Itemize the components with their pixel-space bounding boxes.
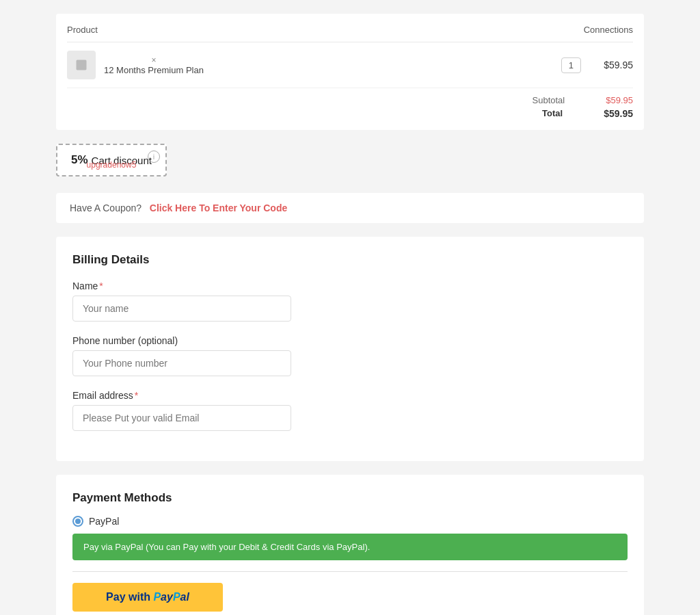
paypal-option[interactable]: PayPal [72,516,628,527]
payment-divider [72,571,628,572]
quantity-badge: 1 [561,57,581,73]
paypal-notice: Pay via PayPal (You can Pay with your De… [72,534,628,560]
name-required: * [99,280,103,291]
cart-row: × 12 Months Premium Plan 1 $59.95 [67,42,633,88]
phone-label: Phone number (optional) [72,335,628,346]
name-input[interactable] [72,296,291,322]
discount-section: 5% Cart discount upgradenow5 i [56,144,644,176]
product-col-header: Product [67,25,98,35]
total-row: Total $59.95 [542,108,633,119]
cart-connections: 1 $59.95 [561,57,633,73]
billing-section: Billing Details Name* Phone number (opti… [56,237,644,461]
email-required: * [135,390,138,401]
cart-header: Product Connections [67,25,633,42]
billing-title: Billing Details [72,253,628,267]
product-name-block: × 12 Months Premium Plan [104,55,204,75]
item-price: $59.95 [592,60,633,70]
paypal-radio[interactable] [72,516,83,527]
info-icon[interactable]: i [148,151,160,163]
coupon-prefix: Have A Coupon? [70,202,142,213]
connections-col-header: Connections [584,25,633,35]
name-label: Name* [72,280,628,291]
product-name: 12 Months Premium Plan [104,65,204,75]
paypal-label: PayPal [89,516,119,527]
image-icon [75,58,88,72]
payment-section: Payment Methods PayPal Pay via PayPal (Y… [56,475,644,615]
coupon-link[interactable]: Click Here To Enter Your Code [150,202,288,213]
email-input[interactable] [72,405,291,431]
pay-with-paypal-button[interactable]: Pay with PayPal [72,583,223,612]
total-label: Total [542,108,563,119]
discount-code: upgradenow5 [87,160,137,170]
cart-section: Product Connections × 12 Months Premium … [56,14,644,130]
email-label: Email address* [72,390,628,401]
subtotal-amount: $59.95 [606,95,633,105]
cart-totals: Subtotal $59.95 Total $59.95 [67,88,633,119]
coupon-row: Have A Coupon? Click Here To Enter Your … [56,193,644,223]
phone-form-group: Phone number (optional) [72,335,628,376]
phone-input[interactable] [72,350,291,376]
discount-box: 5% Cart discount upgradenow5 i [56,144,167,176]
payment-title: Payment Methods [72,491,628,505]
subtotal-row: Subtotal $59.95 [533,95,633,105]
email-form-group: Email address* [72,390,628,431]
cart-product-info: × 12 Months Premium Plan [67,51,561,79]
product-x: × [151,55,156,65]
discount-percent: 5% [71,153,88,167]
subtotal-label: Subtotal [533,95,565,105]
name-form-group: Name* [72,280,628,322]
product-image [67,51,96,79]
discount-box-inner: 5% Cart discount upgradenow5 [71,153,152,167]
total-amount: $59.95 [604,108,633,119]
